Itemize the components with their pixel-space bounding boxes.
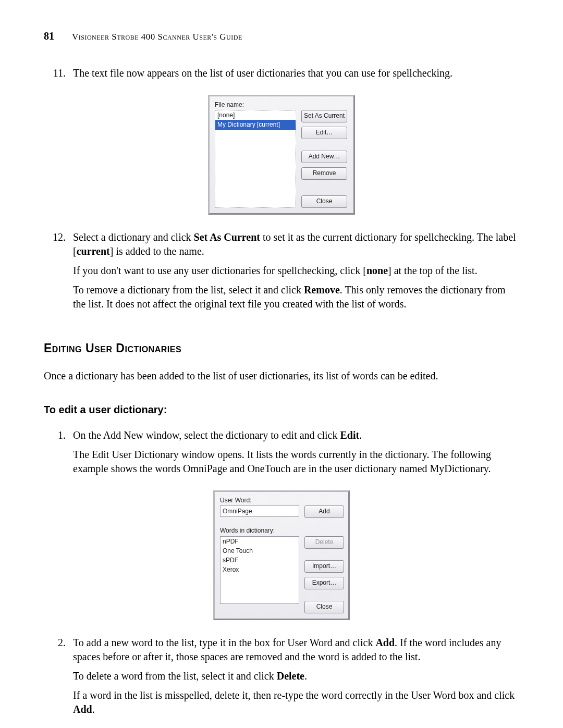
list-item-none[interactable]: [none] [215,110,296,120]
step-12-p3: To remove a dictionary from the list, se… [73,283,519,311]
close-button[interactable]: Close [301,195,347,208]
edit-user-dictionary-dialog: User Word: OmniPage Add Words in diction… [213,490,350,620]
user-dictionaries-dialog-figure: File name: [none] My Dictionary [current… [44,95,519,215]
step-number: 12. [44,230,73,316]
dictionaries-listbox[interactable]: [none] My Dictionary [current] [215,110,296,208]
text: ] at the top of the list. [388,265,478,276]
list-item[interactable]: One Touch [221,546,299,556]
user-dictionaries-dialog: File name: [none] My Dictionary [current… [208,95,355,215]
add-new-button[interactable]: Add New… [301,151,347,163]
text: If a word in the list is misspelled, del… [73,689,515,701]
import-button[interactable]: Import… [304,560,344,573]
text-bold: none [366,265,388,276]
section-heading-editing-user-dictionaries: Editing User Dictionaries [44,340,519,356]
edit-button[interactable]: Edit… [301,127,347,139]
step-12-p2: If you don't want to use any user dictio… [73,264,519,278]
add-button[interactable]: Add [304,505,344,518]
document-page: 81 Visioneer Strobe 400 Scanner User's G… [0,0,563,728]
text: . [359,429,362,441]
edit-step-1-p2: The Edit User Dictionary window opens. I… [73,448,519,476]
list-item[interactable]: nPDF [221,537,299,546]
text: Select a dictionary and click [73,231,194,243]
edit-step-1: 1. On the Add New window, select the dic… [44,428,519,481]
text-bold: Set As Current [194,231,260,243]
step-number: 1. [44,428,73,481]
text-bold: Add [73,704,92,715]
header-title: Visioneer Strobe 400 Scanner User's Guid… [72,31,242,43]
sub-heading-to-edit: To edit a user dictionary: [44,403,519,417]
words-listbox[interactable]: nPDF One Touch sPDF Xerox [220,536,299,604]
edit-user-dictionary-dialog-figure: User Word: OmniPage Add Words in diction… [44,490,519,620]
edit-step-2-p2: To delete a word from the list, select i… [73,669,519,683]
step-number: 11. [44,66,73,85]
list-item-my-dictionary[interactable]: My Dictionary [current] [215,120,296,129]
text: ] is added to the name. [110,245,204,257]
list-item[interactable]: Xerox [221,565,299,574]
edit-step-2-p1: To add a new word to the list, type it i… [73,636,519,664]
edit-step-2: 2. To add a new word to the list, type i… [44,636,519,722]
text-bold: Remove [304,284,340,295]
remove-button[interactable]: Remove [301,167,347,180]
list-item[interactable]: sPDF [221,556,299,565]
user-word-input[interactable]: OmniPage [220,505,299,517]
text: If you don't want to use any user dictio… [73,265,366,276]
edit-step-1-p1: On the Add New window, select the dictio… [73,428,519,442]
text: To remove a dictionary from the list, se… [73,284,304,295]
intro-paragraph: Once a dictionary has been added to the … [44,369,519,383]
delete-button[interactable]: Delete [304,536,344,549]
step-number: 2. [44,636,73,722]
edit-step-2-p3: If a word in the list is misspelled, del… [73,688,519,717]
set-as-current-button[interactable]: Set As Current [301,110,347,122]
step-11-text: The text file now appears on the list of… [73,66,519,80]
user-word-label: User Word: [220,496,343,504]
page-header: 81 Visioneer Strobe 400 Scanner User's G… [44,29,519,43]
file-name-label: File name: [215,101,348,109]
words-in-dictionary-label: Words in dictionary: [220,526,343,535]
step-12: 12. Select a dictionary and click Set As… [44,230,519,316]
text: . [304,670,307,682]
text-bold: Add [375,637,395,648]
text: On the Add New window, select the dictio… [73,429,340,441]
close-button[interactable]: Close [304,601,344,613]
export-button[interactable]: Export… [304,577,344,589]
step-12-p1: Select a dictionary and click Set As Cur… [73,230,519,258]
text: To delete a word from the list, select i… [73,670,277,682]
text-bold: Delete [277,670,304,682]
text-bold: Edit [340,429,359,441]
page-number: 81 [44,29,63,43]
text: To add a new word to the list, type it i… [73,637,375,648]
text-bold: current [77,245,110,257]
step-11: 11. The text file now appears on the lis… [44,66,519,85]
text: . [92,704,95,715]
